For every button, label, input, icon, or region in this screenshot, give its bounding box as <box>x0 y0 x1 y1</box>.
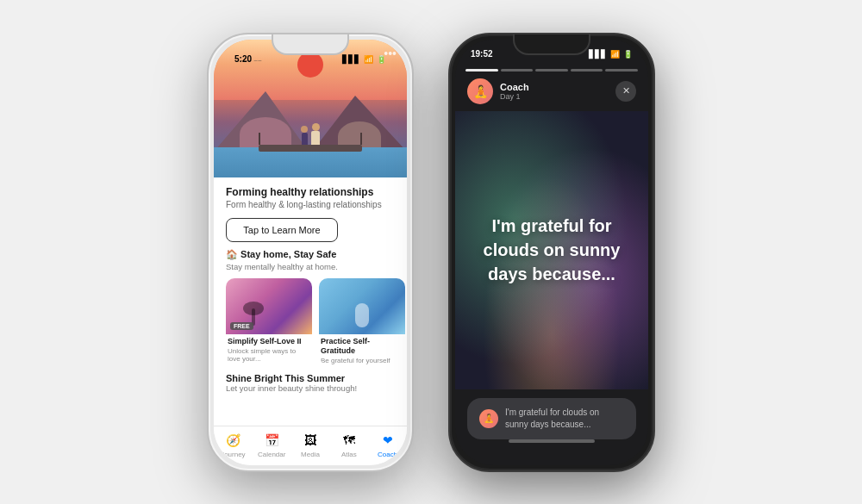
battery-icon-1: 🔋 <box>377 55 386 64</box>
card-img-1: FREE <box>226 278 312 334</box>
coach-day: Day 1 <box>500 92 529 101</box>
gradient-area: I'm grateful for clouds on sunny days be… <box>455 111 648 389</box>
card-2-title: Practice Self-Gratitude <box>319 334 405 356</box>
card-self-love[interactable]: FREE Simplify Self-Love II Unlock simple… <box>226 278 312 364</box>
nav-atlas[interactable]: 🗺 Atlas <box>329 432 368 458</box>
nav-calendar[interactable]: 📅 Calendar <box>253 432 291 458</box>
nav-media[interactable]: 🖼 Media <box>291 432 330 458</box>
coach-icon: ❤ <box>379 432 397 449</box>
coach-info: Coach Day 1 <box>500 82 529 101</box>
figure-body-1 <box>302 133 308 145</box>
card-1-title: Simplify Self-Love II <box>226 334 312 346</box>
hero-figures <box>301 123 320 145</box>
status-icons-2: ▋▋▋ 📶 🔋 <box>589 50 633 59</box>
card-1-subtitle: Unlock simple ways to love your... <box>226 346 312 364</box>
card-2-subtitle: Be grateful for yourself <box>319 356 405 365</box>
input-placeholder-text: I'm grateful for clouds on sunny days be… <box>505 407 624 431</box>
home-indicator <box>509 439 595 443</box>
screen-1: 5:20 ▋▋▋ 📶 🔋 ~~~ ~~ <box>214 40 407 465</box>
progress-bar <box>455 65 648 72</box>
wifi-icon-1: 📶 <box>364 55 373 64</box>
relationship-section: Forming healthy relationships Form healt… <box>226 186 395 212</box>
card-self-gratitude[interactable]: Practice Self-Gratitude Be grateful for … <box>319 278 405 364</box>
stay-home-title: 🏠 Stay home, Stay Safe <box>226 249 395 260</box>
input-avatar-icon: 🧘 <box>479 409 498 428</box>
coach-avatar: 🧘 <box>467 78 493 104</box>
calendar-label: Calendar <box>258 451 285 458</box>
card-img-2 <box>319 278 405 334</box>
atlas-label: Atlas <box>341 451 357 458</box>
bottom-input-area: 🧘 I'm grateful for clouds on sunny days … <box>455 389 648 465</box>
screen-2: 19:52 ▋▋▋ 📶 🔋 🧘 Coach D <box>455 40 648 465</box>
media-label: Media <box>301 451 320 458</box>
hero-bridge <box>259 145 362 152</box>
coach-header: 🧘 Coach Day 1 ✕ <box>455 72 648 111</box>
coach-label: Coach <box>378 451 397 458</box>
battery-icon-2: 🔋 <box>623 50 633 59</box>
figure-1 <box>301 126 308 145</box>
signal-icon-2: ▋▋▋ <box>589 50 607 59</box>
figure-body-2 <box>311 131 320 145</box>
stay-home-section: 🏠 Stay home, Stay Safe Stay mentally hea… <box>226 249 395 271</box>
coach-name: Coach <box>500 82 529 92</box>
phone-1-content: 5:20 ▋▋▋ 📶 🔋 ~~~ ~~ <box>214 40 407 465</box>
stay-home-subtitle: Stay mentally healthy at home. <box>226 262 395 271</box>
relationship-subtitle: Form healthy & long-lasting relationship… <box>226 199 395 211</box>
status-icons-1: ▋▋▋ 📶 🔋 <box>342 55 386 64</box>
journey-icon: 🧭 <box>224 432 241 449</box>
status-time-2: 19:52 <box>471 49 493 59</box>
phone-1: 5:20 ▋▋▋ 📶 🔋 ~~~ ~~ <box>207 33 414 472</box>
figure-head-1 <box>301 126 308 133</box>
text-input-box[interactable]: 🧘 I'm grateful for clouds on sunny days … <box>467 398 636 439</box>
wifi-icon-2: 📶 <box>610 50 620 59</box>
close-button[interactable]: ✕ <box>615 81 636 102</box>
phone-2: 19:52 ▋▋▋ 📶 🔋 🧘 Coach D <box>448 33 655 472</box>
atlas-icon: 🗺 <box>340 432 358 449</box>
figure-head-2 <box>312 123 320 131</box>
main-quote: I'm grateful for clouds on sunny days be… <box>455 214 648 286</box>
phone-2-content: 19:52 ▋▋▋ 📶 🔋 🧘 Coach D <box>455 40 648 465</box>
status-bar-1: 5:20 ▋▋▋ 📶 🔋 <box>219 45 402 69</box>
shine-title: Shine Bright This Summer <box>226 373 395 383</box>
bottom-nav: 🧭 Journey 📅 Calendar 🖼 Media 🗺 Atlas ❤ <box>214 426 407 465</box>
free-badge: FREE <box>230 322 253 330</box>
media-icon: 🖼 <box>302 432 319 449</box>
nav-coach[interactable]: ❤ Coach <box>368 432 407 458</box>
scroll-content: Forming healthy relationships Form healt… <box>214 177 407 426</box>
relationship-title: Forming healthy relationships <box>226 186 395 200</box>
status-time-1: 5:20 <box>234 54 252 64</box>
figure-2 <box>311 123 320 145</box>
journey-label: Journey <box>221 451 245 458</box>
signal-icon-1: ▋▋▋ <box>342 55 360 64</box>
cards-row: FREE Simplify Self-Love II Unlock simple… <box>226 278 395 364</box>
nav-journey[interactable]: 🧭 Journey <box>214 432 253 458</box>
calendar-icon: 📅 <box>263 432 280 449</box>
stay-home-text: Stay home, Stay Safe <box>240 249 336 259</box>
shine-subtitle: Let your inner beauty shine through! <box>226 383 395 393</box>
hero-water <box>214 147 407 177</box>
learn-more-button[interactable]: Tap to Learn More <box>226 218 338 242</box>
status-bar-2: 19:52 ▋▋▋ 📶 🔋 <box>455 40 648 64</box>
stay-home-emoji: 🏠 <box>226 249 238 259</box>
shine-section: Shine Bright This Summer Let your inner … <box>226 373 395 393</box>
